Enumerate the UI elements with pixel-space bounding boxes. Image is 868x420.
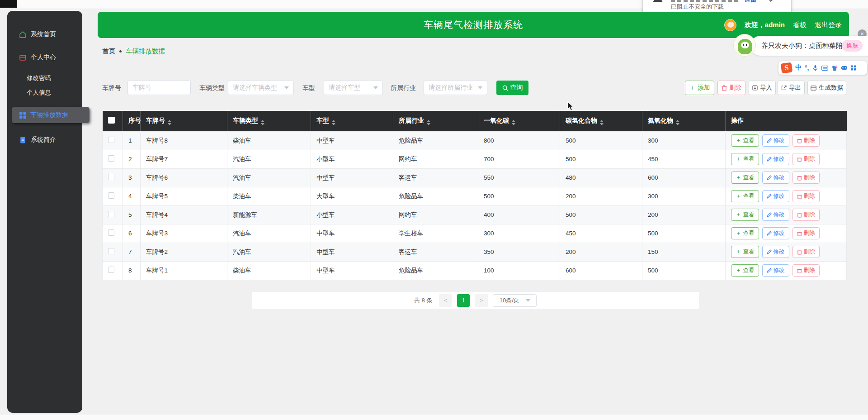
view-button[interactable]: ＋查看 <box>731 153 759 165</box>
col-plate[interactable]: 车牌号 <box>141 111 227 131</box>
view-button[interactable]: ＋查看 <box>731 246 759 258</box>
table-row: 7 车牌号2 汽油车 中型车 客运车 350 200 150 ＋查看 修改 删除 <box>103 243 847 261</box>
current-page-button[interactable]: 1 <box>457 294 470 307</box>
sogou-logo[interactable]: S <box>781 62 793 73</box>
col-model[interactable]: 车型 <box>311 111 393 131</box>
pencil-icon <box>767 249 772 254</box>
pencil-icon <box>767 268 772 273</box>
ime-mic-icon[interactable] <box>812 65 818 72</box>
cell-industry: 危险品车 <box>393 131 478 150</box>
row-checkbox[interactable] <box>108 248 114 254</box>
row-checkbox[interactable] <box>108 192 114 199</box>
edit-button[interactable]: 修改 <box>762 209 789 221</box>
row-delete-button[interactable]: 删除 <box>793 227 820 239</box>
prev-page-button[interactable]: < <box>439 294 452 307</box>
pet-widget[interactable]: 养只农夫小狗：桌面种菜陪上班 换肤 <box>750 36 868 56</box>
next-page-button[interactable]: > <box>475 294 488 307</box>
row-delete-button[interactable]: 删除 <box>793 209 820 221</box>
keep-download-button[interactable]: 保留 <box>744 0 757 4</box>
sort-icon[interactable] <box>600 120 604 125</box>
ime-game-icon[interactable] <box>841 66 848 70</box>
breadcrumb-current[interactable]: 车辆排放数据 <box>126 47 165 56</box>
add-button[interactable]: ＋添加 <box>685 81 714 95</box>
ime-menu-icon[interactable] <box>851 65 856 71</box>
sort-icon[interactable] <box>168 120 171 125</box>
view-button[interactable]: ＋查看 <box>731 227 759 239</box>
view-button[interactable]: ＋查看 <box>731 209 759 221</box>
edit-button[interactable]: 修改 <box>762 153 789 165</box>
row-delete-button[interactable]: 删除 <box>793 264 820 277</box>
row-delete-button[interactable]: 删除 <box>793 190 820 202</box>
sidebar-item-system-intro[interactable]: 系统简介 <box>19 136 56 144</box>
sort-icon[interactable] <box>261 120 264 125</box>
row-checkbox[interactable] <box>108 211 114 217</box>
row-delete-button[interactable]: 删除 <box>793 172 820 184</box>
col-industry[interactable]: 所属行业 <box>393 111 478 131</box>
sidebar-item-personal-center[interactable]: 个人中心 <box>19 53 56 62</box>
generate-data-button[interactable]: 生成数据 <box>807 81 846 95</box>
chevron-down-icon[interactable] <box>768 0 774 2</box>
cell-seq: 2 <box>123 150 141 168</box>
row-delete-button[interactable]: 删除 <box>793 134 820 147</box>
sort-icon[interactable] <box>427 120 430 125</box>
delete-button[interactable]: 删除 <box>717 81 745 95</box>
cell-co: 550 <box>478 168 560 187</box>
board-link[interactable]: 看板 <box>793 21 807 29</box>
trash-icon <box>797 249 802 255</box>
edit-button[interactable]: 修改 <box>762 264 789 277</box>
sidebar-item-emission-data[interactable]: 车辆排放数据 <box>12 107 90 123</box>
col-nox[interactable]: 氮氧化物 <box>642 111 726 131</box>
sidebar-item-home[interactable]: 系统首页 <box>19 30 56 38</box>
plate-input[interactable]: 车牌号 <box>127 81 191 95</box>
edit-button[interactable]: 修改 <box>762 190 789 202</box>
change-skin-button[interactable]: 换肤 <box>842 40 863 52</box>
ime-mode-icon[interactable]: 中 <box>795 64 802 72</box>
row-checkbox[interactable] <box>108 267 114 273</box>
sort-icon[interactable] <box>332 120 335 125</box>
model-select[interactable]: 请选择车型 <box>324 81 383 95</box>
edit-button[interactable]: 修改 <box>762 227 789 239</box>
row-checkbox[interactable] <box>108 174 114 180</box>
col-hc[interactable]: 碳氢化合物 <box>560 111 642 131</box>
page-size-select[interactable]: 10条/页 <box>493 294 537 307</box>
export-button[interactable]: 导出 <box>778 81 805 95</box>
ime-skin-icon[interactable] <box>831 65 838 71</box>
cell-model: 中型车 <box>311 224 393 243</box>
sort-icon[interactable] <box>676 120 679 125</box>
import-icon <box>752 85 758 91</box>
industry-select[interactable]: 请选择所属行业 <box>424 81 487 95</box>
user-avatar[interactable] <box>724 19 736 31</box>
pet-avatar[interactable] <box>733 34 756 57</box>
sidebar-item-change-password[interactable]: 修改密码 <box>27 74 51 82</box>
cell-nox: 500 <box>642 224 726 243</box>
plus-icon: ＋ <box>736 137 741 144</box>
trash-icon <box>797 175 802 181</box>
cell-hc: 200 <box>560 243 642 261</box>
row-delete-button[interactable]: 删除 <box>793 153 820 165</box>
col-vehicle-type[interactable]: 车辆类型 <box>227 111 311 131</box>
logout-link[interactable]: 退出登录 <box>815 21 842 29</box>
breadcrumb-home[interactable]: 首页 <box>102 47 115 56</box>
view-button[interactable]: ＋查看 <box>731 190 759 202</box>
view-button[interactable]: ＋查看 <box>731 134 759 147</box>
ime-keyboard-icon[interactable] <box>821 66 828 71</box>
search-button[interactable]: 查询 <box>496 81 528 95</box>
view-button[interactable]: ＋查看 <box>731 172 759 184</box>
row-delete-button[interactable]: 删除 <box>793 246 820 258</box>
sidebar-item-personal-info[interactable]: 个人信息 <box>27 89 51 97</box>
ime-punctuation-icon[interactable]: °‚ <box>805 64 809 72</box>
table-row: 5 车牌号4 新能源车 小型车 网约车 400 500 200 ＋查看 修改 删… <box>103 205 847 224</box>
row-checkbox[interactable] <box>108 137 114 143</box>
row-checkbox[interactable] <box>108 229 114 236</box>
vehicle-type-select[interactable]: 请选择车辆类型 <box>228 81 294 95</box>
edit-button[interactable]: 修改 <box>762 172 789 184</box>
import-button[interactable]: 导入 <box>749 81 776 95</box>
edit-button[interactable]: 修改 <box>762 134 789 147</box>
sort-icon[interactable] <box>512 120 515 125</box>
row-checkbox[interactable] <box>108 155 114 162</box>
view-button[interactable]: ＋查看 <box>731 264 759 277</box>
col-co[interactable]: 一氧化碳 <box>478 111 560 131</box>
chevron-down-icon <box>284 86 289 89</box>
select-all-checkbox[interactable] <box>108 117 115 124</box>
edit-button[interactable]: 修改 <box>762 246 789 258</box>
